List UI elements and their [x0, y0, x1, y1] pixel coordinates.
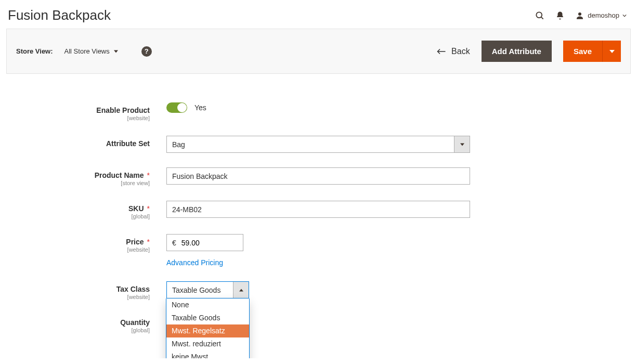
sku-scope: [global]: [0, 213, 150, 219]
tax-class-label: Tax Class: [116, 285, 150, 293]
store-view-label: Store View:: [16, 47, 53, 55]
save-button[interactable]: Save: [563, 41, 602, 62]
attribute-set-value: Bag: [167, 140, 454, 149]
svg-marker-5: [609, 50, 615, 53]
tax-class-option[interactable]: Mwst. Regelsatz: [166, 324, 249, 337]
required-mark: *: [147, 204, 150, 213]
tax-class-option[interactable]: keine Mwst.: [166, 350, 249, 358]
sku-input[interactable]: [166, 201, 470, 218]
chevron-down-icon: [460, 142, 464, 147]
store-view-value: All Store Views: [64, 47, 110, 55]
tax-class-option[interactable]: Mwst. reduziert: [166, 337, 249, 350]
currency-symbol: €: [167, 239, 181, 247]
attribute-set-label: Attribute Set: [106, 139, 150, 148]
enable-product-scope: [website]: [0, 115, 150, 121]
enable-product-label: Enable Product: [96, 106, 150, 114]
back-button[interactable]: Back: [437, 47, 470, 56]
chevron-down-icon: [114, 49, 118, 54]
required-mark: *: [147, 238, 150, 246]
arrow-left-icon: [437, 48, 446, 55]
add-attribute-button[interactable]: Add Attribute: [482, 41, 552, 62]
select-trigger: [233, 282, 249, 298]
store-view-select[interactable]: All Store Views: [64, 47, 118, 55]
tax-class-scope: [website]: [0, 294, 150, 300]
product-name-label: Product Name: [95, 171, 144, 179]
chevron-down-icon: [609, 49, 615, 54]
attribute-set-select[interactable]: Bag: [166, 136, 470, 153]
chevron-up-icon: [239, 288, 243, 292]
required-mark: *: [147, 171, 150, 179]
help-icon[interactable]: ?: [141, 46, 152, 57]
svg-point-0: [537, 12, 542, 18]
quantity-label: Quantity: [120, 318, 150, 327]
chevron-down-icon: [622, 14, 627, 18]
product-name-scope: [store view]: [0, 180, 150, 186]
user-menu[interactable]: demoshop: [575, 11, 627, 20]
tax-class-option[interactable]: None: [166, 298, 249, 311]
save-dropdown-toggle[interactable]: [602, 41, 621, 62]
select-trigger: [454, 136, 470, 152]
sku-label: SKU: [128, 204, 144, 213]
user-name: demoshop: [588, 11, 619, 19]
price-label: Price: [126, 238, 144, 246]
search-icon[interactable]: [535, 10, 545, 21]
price-input[interactable]: [181, 235, 243, 251]
tax-class-value: Taxable Goods: [167, 286, 233, 294]
enable-product-toggle[interactable]: [166, 102, 187, 113]
svg-marker-6: [460, 143, 464, 146]
quantity-scope: [global]: [0, 327, 150, 333]
enable-product-value: Yes: [194, 103, 206, 112]
user-icon: [575, 11, 584, 20]
toggle-knob: [177, 103, 187, 112]
advanced-pricing-link[interactable]: Advanced Pricing: [166, 258, 223, 267]
product-name-input[interactable]: [166, 167, 470, 185]
tax-class-select[interactable]: Taxable Goods: [166, 281, 249, 298]
notifications-icon[interactable]: [555, 11, 565, 20]
tax-class-option[interactable]: Taxable Goods: [166, 311, 249, 324]
svg-marker-7: [239, 289, 243, 291]
price-scope: [website]: [0, 246, 150, 253]
back-label: Back: [451, 47, 470, 56]
tax-class-dropdown: NoneTaxable GoodsMwst. RegelsatzMwst. re…: [166, 298, 250, 358]
svg-marker-3: [114, 50, 118, 53]
svg-line-1: [541, 17, 543, 19]
page-title: Fusion Backpack: [8, 7, 535, 23]
svg-point-2: [578, 12, 581, 16]
